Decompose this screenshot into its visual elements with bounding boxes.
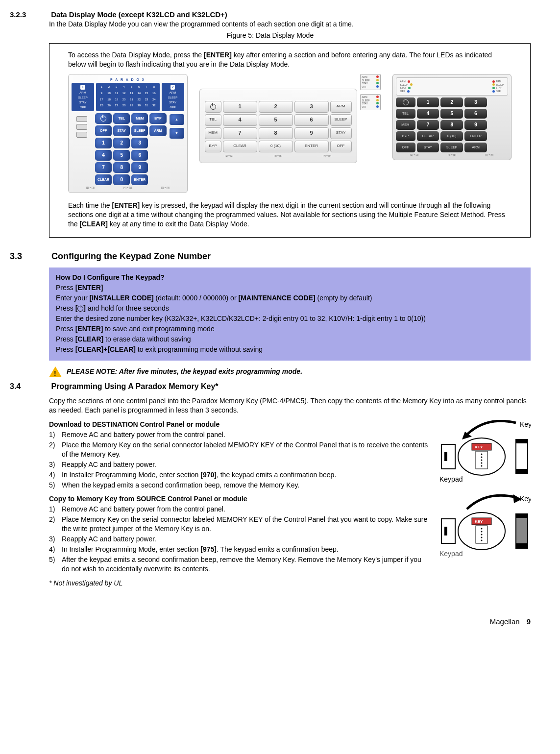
side-indicators	[72, 113, 92, 185]
memory-key-diagram-1: Key KEY Keypad	[438, 420, 531, 486]
enter-key-ref: [ENTER]	[75, 325, 103, 333]
info-icon	[170, 142, 184, 152]
foot: [1] = [3]	[410, 153, 418, 157]
text: Press	[56, 284, 75, 292]
num: 5)	[49, 481, 62, 490]
clear-key: CLEAR	[417, 131, 439, 141]
enter-key: ENTER	[464, 131, 487, 141]
enter-key: ENTER	[131, 174, 148, 185]
power-key	[205, 101, 221, 113]
t: Place Memory Key on the serial connector…	[62, 515, 217, 523]
svg-point-20	[481, 528, 483, 530]
download-section: Download to DESTINATION Control Panel or…	[49, 420, 531, 494]
num-3-key: 3	[131, 138, 148, 148]
keypad-label: Keypad	[439, 475, 463, 483]
zone-cell: 23	[143, 97, 150, 103]
mem-key: MEM	[205, 127, 221, 139]
text: Remove AC and battery power from the con…	[62, 505, 431, 514]
zone-cell: 8	[150, 85, 157, 91]
num-2-key: 2	[440, 97, 463, 107]
num-2-key: 2	[259, 101, 293, 113]
installer-code-ref: [INSTALLER CODE]	[89, 294, 153, 302]
howto-box: How Do I Configure The Keypad? Press [EN…	[49, 268, 531, 361]
off-label: OFF	[362, 105, 367, 109]
svg-point-10	[481, 465, 483, 467]
status-col-2: 2 ARM SLEEP STAY OFF	[162, 83, 184, 111]
power-icon	[210, 104, 216, 110]
t: In Installer Programming Mode, enter sec…	[62, 471, 200, 479]
clear-clear-ref: [CLEAR]+[CLEAR]	[75, 345, 136, 353]
sleep-key: SLEEP	[440, 143, 463, 152]
text: In Installer Programming Mode, enter sec…	[62, 545, 431, 554]
num: 3)	[49, 460, 62, 469]
howto-line: Press [CLEAR]+[CLEAR] to exit programmin…	[56, 344, 524, 355]
off-key: OFF	[330, 141, 352, 152]
byp-key: BYP	[205, 141, 221, 152]
sec-intro: In the Data Display Mode you can view th…	[49, 20, 531, 29]
power-key	[95, 113, 112, 124]
text: to erase data without saving	[103, 335, 191, 343]
zone-cell: 25	[98, 103, 105, 109]
status-col-2: ARM SLEEP STAY OFF	[491, 80, 504, 93]
howto-line: Enter your [INSTALLER CODE] (default: 00…	[56, 293, 524, 303]
power-key	[396, 97, 415, 107]
copy-list: 1)Remove AC and battery power from the c…	[49, 505, 431, 573]
zone-cell: 21	[128, 97, 135, 103]
off-label: OFF	[496, 90, 501, 93]
key-label: Key	[520, 420, 531, 428]
text: Place the Memory Key on the serial conne…	[62, 440, 431, 459]
num-5-key: 5	[113, 150, 130, 161]
svg-rect-15	[441, 519, 455, 543]
zone-cell: 4	[121, 85, 127, 91]
svg-point-9	[481, 462, 483, 464]
figure-top-text: To access the Data Display Mode, press t…	[68, 50, 511, 69]
zone-cell: 1	[98, 85, 105, 91]
memory-key-label: MEMORY KEY	[228, 441, 274, 449]
sleep-key: SLEEP	[131, 125, 148, 136]
text: Press	[56, 345, 75, 353]
zone-cell: 30	[136, 103, 143, 109]
status-box-2: ARM SLEEP STAY OFF	[360, 94, 381, 110]
sleep-label: SLEEP	[362, 99, 370, 102]
foot: [4] = [6]	[123, 186, 132, 190]
arm-label: ARM	[79, 91, 86, 95]
figure-caption: Figure 5: Data Display Mode	[10, 31, 531, 40]
status-box-1: ARM SLEEP STAY OFF	[360, 74, 381, 90]
num-8-key: 8	[440, 120, 463, 130]
text: (empty by default)	[316, 294, 372, 302]
num-4-key: 4	[417, 109, 439, 119]
key-footer: [1] = [3] [4] = [6] [7] = [9]	[205, 154, 352, 158]
keypad-illustrations: P A R A D O X 1 ARM SLEEP STAY OFF 12345…	[68, 74, 511, 193]
key-footer: [1] = [3] [4] = [6] [7] = [9]	[396, 153, 509, 157]
zone-cell: 20	[121, 97, 127, 103]
list-item: 2)Place Memory Key on the serial connect…	[49, 515, 431, 534]
power-icon	[403, 99, 409, 105]
sleep-label: SLEEP	[168, 96, 177, 99]
mem-key: MEM	[396, 120, 415, 130]
sec-intro: Copy the sections of one control panel i…	[49, 396, 531, 415]
arm-label: ARM	[496, 80, 501, 83]
zone-cell: 22	[136, 97, 143, 103]
svg-rect-27	[516, 514, 528, 518]
t: Place the Memory Key on the serial conne…	[62, 441, 228, 449]
status-display: ARM SLEEP STAY OFF ARM SLEEP STAY OFF	[396, 77, 509, 96]
stay-key: STAY	[113, 125, 130, 136]
off-key: OFF	[95, 125, 112, 136]
figure-bottom-text: Each time the [ENTER] key is pressed, th…	[68, 201, 511, 229]
foot: [4] = [6]	[274, 154, 282, 158]
zone-cell: 18	[105, 97, 112, 103]
num-9-key: 9	[294, 127, 329, 139]
zone-cell: 11	[113, 91, 120, 97]
zone-cell: 17	[98, 97, 105, 103]
heading-3-2-3: 3.2.3 Data Display Mode (except K32LCD a…	[10, 10, 531, 20]
note-row: PLEASE NOTE: After five minutes, the key…	[49, 366, 531, 377]
list-item: 4)In Installer Programming Mode, enter s…	[49, 545, 431, 554]
list-item: 1)Remove AC and battery power from the c…	[49, 430, 431, 439]
num-8-key: 8	[113, 162, 130, 173]
sec-title: Programming Using A Paradox Memory Key*	[51, 382, 218, 390]
status-panel: ARM SLEEP STAY OFF ARM SLEEP STAY OFF	[360, 74, 381, 163]
arm-label: ARM	[362, 96, 367, 99]
status-col-1: 1 ARM SLEEP STAY OFF	[72, 83, 94, 111]
stay-label: STAY	[400, 86, 406, 90]
num-9-key: 9	[131, 162, 148, 173]
